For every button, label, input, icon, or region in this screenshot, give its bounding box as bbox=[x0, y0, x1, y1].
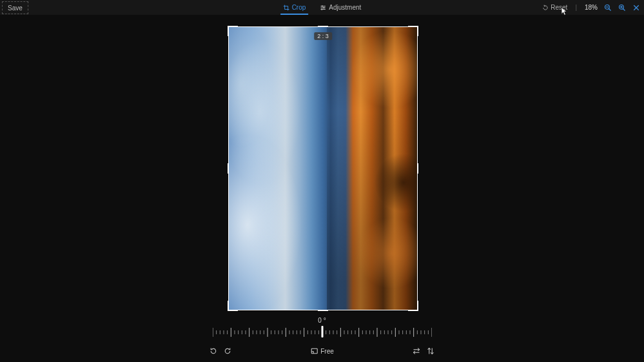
crop-tab-label: Crop bbox=[292, 4, 306, 11]
aspect-ratio-button[interactable]: Free bbox=[310, 347, 334, 355]
crop-handle-top[interactable] bbox=[318, 26, 328, 27]
zoom-out-icon bbox=[604, 4, 612, 12]
reset-button[interactable]: Reset bbox=[542, 4, 567, 11]
rotate-cw-button[interactable] bbox=[224, 347, 231, 355]
aspect-ratio-icon bbox=[310, 347, 318, 355]
svg-point-5 bbox=[322, 8, 323, 10]
save-label: Save bbox=[8, 5, 23, 12]
close-button[interactable] bbox=[632, 4, 640, 12]
tab-adjustment[interactable]: Adjustment bbox=[318, 0, 362, 15]
editor-canvas: 2 : 3 bbox=[0, 15, 644, 314]
crop-icon bbox=[283, 5, 289, 11]
crop-handle-top-left[interactable] bbox=[228, 26, 238, 36]
crop-handle-bottom-right[interactable] bbox=[408, 301, 418, 311]
svg-point-3 bbox=[322, 5, 323, 6]
crop-handle-bottom[interactable] bbox=[318, 310, 328, 311]
svg-line-10 bbox=[623, 8, 625, 10]
svg-rect-76 bbox=[311, 348, 317, 354]
divider: | bbox=[575, 4, 577, 11]
bottom-controls: 0 ° Free bbox=[0, 314, 644, 362]
zoom-out-button[interactable] bbox=[604, 4, 612, 12]
crop-handle-right[interactable] bbox=[417, 163, 418, 174]
tab-crop[interactable]: Crop bbox=[282, 0, 307, 15]
top-toolbar: Save Crop Adjustment Reset | 18% bbox=[0, 0, 644, 15]
save-button[interactable]: Save bbox=[2, 1, 28, 14]
action-row: Free bbox=[206, 345, 438, 357]
zoom-percent: 18% bbox=[585, 4, 598, 11]
rotation-angle-label: 0 ° bbox=[318, 317, 326, 324]
flip-horizontal-button[interactable] bbox=[413, 347, 420, 355]
aspect-ratio-label: Free bbox=[320, 348, 334, 355]
sliders-icon bbox=[320, 5, 326, 11]
flip-vertical-icon bbox=[427, 347, 434, 355]
mode-tabs: Crop Adjustment bbox=[282, 0, 363, 15]
flip-vertical-button[interactable] bbox=[427, 347, 434, 355]
rotate-cw-icon bbox=[224, 347, 231, 355]
adjustment-tab-label: Adjustment bbox=[329, 4, 361, 11]
rotate-ccw-button[interactable] bbox=[210, 347, 217, 355]
rotate-ccw-icon bbox=[210, 347, 217, 355]
rotation-ruler[interactable] bbox=[213, 327, 432, 338]
crop-handle-top-right[interactable] bbox=[408, 26, 418, 36]
image-preview[interactable] bbox=[229, 27, 417, 310]
flip-horizontal-icon bbox=[413, 347, 420, 355]
zoom-in-icon bbox=[618, 4, 626, 12]
ruler-center-marker bbox=[321, 326, 323, 337]
right-toolbar: Reset | 18% bbox=[542, 4, 640, 12]
close-icon bbox=[632, 4, 640, 12]
reset-label: Reset bbox=[551, 4, 567, 11]
crop-handle-left[interactable] bbox=[228, 163, 229, 174]
crop-handle-bottom-left[interactable] bbox=[228, 301, 238, 311]
svg-line-7 bbox=[609, 8, 611, 10]
zoom-in-button[interactable] bbox=[618, 4, 626, 12]
svg-point-4 bbox=[324, 7, 325, 8]
aspect-ratio-badge: 2 : 3 bbox=[314, 32, 332, 40]
undo-icon bbox=[542, 5, 549, 11]
crop-frame[interactable]: 2 : 3 bbox=[228, 26, 418, 310]
